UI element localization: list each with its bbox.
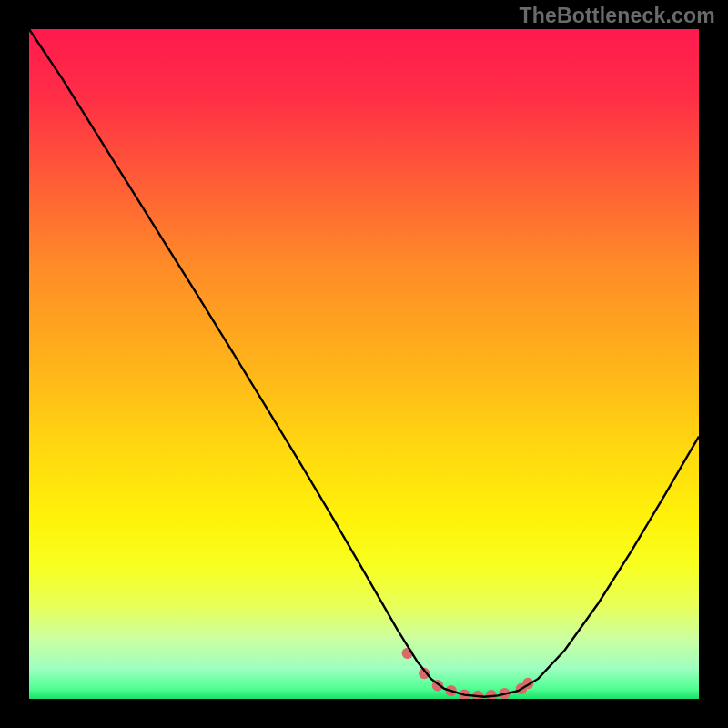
watermark-text: TheBottleneck.com <box>519 4 715 28</box>
chart-container: TheBottleneck.com <box>0 0 728 728</box>
chart-svg <box>29 29 699 699</box>
gradient-background <box>29 29 699 699</box>
plot-area <box>29 29 699 699</box>
